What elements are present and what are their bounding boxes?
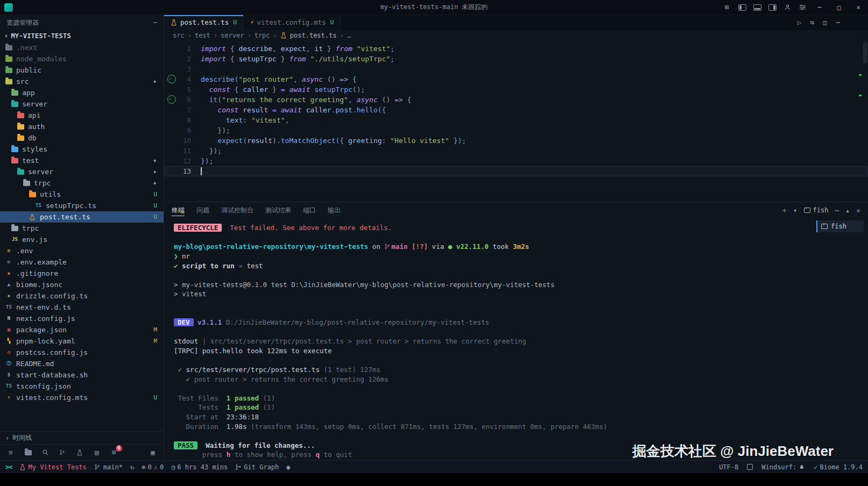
file-tree-item-utils[interactable]: utilsU [0, 189, 164, 200]
panel-tab-终端[interactable]: 终端 [172, 202, 185, 218]
file-tree-item-post.test.ts[interactable]: post.test.tsU [0, 211, 164, 223]
close-panel-icon[interactable]: × [856, 206, 860, 215]
split-editor-icon[interactable]: ◫ [823, 18, 827, 26]
code-line-2: 2import { setupTrpc } from "./utils/setu… [164, 54, 868, 64]
testing-icon[interactable] [75, 449, 84, 456]
breadcrumb-item-src[interactable]: src [173, 32, 185, 39]
screenshot-icon[interactable]: ▣ [149, 448, 157, 456]
file-tree-item-setupTrpc.ts[interactable]: TSsetupTrpc.tsU [0, 200, 164, 211]
app-logo-icon[interactable] [4, 3, 13, 12]
editor-scrollbar[interactable] [863, 41, 868, 202]
panel-tab-输出[interactable]: 输出 [328, 202, 341, 218]
file-tree-item-drizzle.config.ts[interactable]: ◈drizzle.config.ts [0, 290, 164, 302]
status-biome[interactable]: ✓ Biome 1.9.4 [814, 463, 863, 471]
test-pass-icon[interactable] [167, 75, 176, 83]
file-tree-item-node_modules[interactable]: node_modules [0, 53, 164, 65]
breadcrumb-item-server[interactable]: server [221, 32, 244, 39]
file-tree-item-next-env.d.ts[interactable]: TSnext-env.d.ts [0, 302, 164, 313]
file-tree-item-styles[interactable]: styles [0, 144, 164, 155]
file-tree-item-next.config.js[interactable]: Nnext.config.js [0, 313, 164, 324]
panel-tab-调试控制台[interactable]: 调试控制台 [221, 202, 253, 218]
panel-tab-端口[interactable]: 端口 [303, 202, 316, 218]
explorer-icon[interactable] [24, 450, 32, 455]
account-icon[interactable] [780, 0, 795, 15]
file-tree-item-tsconfig.json[interactable]: TStsconfig.json [0, 381, 164, 392]
breadcrumb-symbol[interactable]: … [347, 32, 351, 39]
terminal-picker-chevron-icon[interactable]: ▾ [793, 206, 798, 215]
breadcrumb-item-test[interactable]: test [195, 32, 210, 39]
close-button[interactable]: × [849, 0, 868, 15]
file-tree-item-test[interactable]: test• [0, 155, 164, 166]
workspace-root-folder[interactable]: ▾ MY-VITEST-TESTS [0, 30, 164, 42]
breadcrumb-item-trpc[interactable]: trpc [255, 32, 270, 39]
panel-more-actions-icon[interactable]: ⋯ [835, 206, 839, 215]
run-tests-icon[interactable]: ▷ [798, 18, 802, 26]
toggle-sidebar-icon[interactable] [735, 0, 750, 15]
file-tree-item-server[interactable]: server [0, 98, 164, 110]
file-tree-item-public[interactable]: public [0, 65, 164, 76]
maximize-panel-icon[interactable]: ▴ [845, 206, 850, 215]
file-tree-item-start-database.sh[interactable]: $start-database.sh [0, 369, 164, 381]
status-windsurf[interactable]: Windsurf: [761, 463, 805, 471]
maximize-button[interactable]: □ [829, 0, 849, 15]
test-pass-icon[interactable] [167, 95, 176, 104]
file-tree-item-biome.jsonc[interactable]: ▲biome.jsonc [0, 279, 164, 290]
status-git-graph[interactable]: Git Graph [235, 463, 279, 471]
panel-tab-问题[interactable]: 问题 [196, 202, 209, 218]
file-tree-item-server[interactable]: server• [0, 166, 164, 177]
file-tree-item-.env[interactable]: ⚙.env [0, 245, 164, 256]
source-control-icon[interactable] [58, 449, 67, 456]
file-tree-item-trpc[interactable]: trpc [0, 223, 164, 234]
settings-icon[interactable] [795, 0, 810, 15]
file-tree-item-package.json[interactable]: ▦package.jsonM [0, 324, 164, 335]
notifications-icon[interactable] [747, 464, 753, 470]
new-terminal-icon[interactable]: + [782, 206, 787, 215]
status-testing[interactable]: My Vitest Tests [19, 463, 86, 471]
outline-icon[interactable]: ▤ [93, 448, 101, 456]
scrollbar-thumb[interactable] [863, 42, 867, 63]
open-changes-icon[interactable]: ⇆ [810, 18, 815, 26]
status-problems[interactable]: ⊗ 0 ⚠ 0 [142, 463, 164, 471]
editor-tab-vitest.config.mts[interactable]: ⚡vitest.config.mtsU [244, 15, 341, 30]
file-tree-item-auth[interactable]: auth [0, 121, 164, 132]
panel-tab-测试结果[interactable]: 测试结果 [265, 202, 291, 218]
file-tree-item-env.js[interactable]: JSenv.js [0, 234, 164, 245]
search-icon[interactable] [41, 449, 50, 456]
file-tree-item-src[interactable]: src• [0, 76, 164, 87]
file-tree-item-app[interactable]: app [0, 87, 164, 98]
toggle-secondary-sidebar-icon[interactable] [765, 0, 780, 15]
active-terminal-chip[interactable]: fish [804, 206, 829, 214]
file-tree-item-pnpm-lock.yaml[interactable]: ▚pnpm-lock.yamlM [0, 335, 164, 347]
file-tree-item-api[interactable]: api [0, 110, 164, 121]
file-tree-item-vitest.config.mts[interactable]: ⚡vitest.config.mtsU [0, 392, 164, 403]
terminal-output[interactable]: ELIFECYCLE Test failed. See above for mo… [164, 218, 816, 460]
file-tree-item-.gitignore[interactable]: ◆.gitignore [0, 268, 164, 279]
folder-icon [17, 135, 24, 141]
extensions-icon[interactable]: ⊞6 [110, 448, 118, 456]
minimize-button[interactable]: ─ [810, 0, 829, 15]
status-branch[interactable]: main* [94, 463, 123, 471]
file-tree-item-.env.example[interactable]: ⚙.env.example [0, 256, 164, 268]
file-tree-item-trpc[interactable]: trpc• [0, 177, 164, 189]
code-editor[interactable]: 1import { describe, expect, it } from "v… [164, 41, 868, 202]
editor-tab-post.test.ts[interactable]: post.test.tsU [164, 15, 244, 30]
file-tree-item-.next[interactable]: .next [0, 42, 164, 53]
more-actions-icon[interactable]: ⋯ [836, 18, 840, 26]
explorer-more-actions-icon[interactable]: ⋯ [153, 19, 157, 26]
file-tree-item-README.md[interactable]: ⓘREADME.md [0, 358, 164, 369]
gutter-decoration [167, 65, 176, 73]
menu-icon[interactable]: ≡ [6, 448, 15, 456]
file-tree[interactable]: ▾ MY-VITEST-TESTS .nextnode_modulespubli… [0, 30, 164, 431]
status-time[interactable]: ◷ 6 hrs 43 mins [171, 463, 228, 471]
layout-grid-icon[interactable]: ⊞ [719, 0, 735, 15]
status-sync-icon[interactable]: ↻ [130, 463, 134, 471]
timeline-section[interactable]: › 时间线 [0, 431, 164, 444]
terminal-tab-fish[interactable]: fish [816, 220, 864, 232]
toggle-panel-icon[interactable] [750, 0, 765, 15]
breadcrumb-file[interactable]: post.test.ts [290, 32, 337, 39]
remote-indicator[interactable]: >< [5, 463, 12, 471]
file-tree-item-db[interactable]: db [0, 132, 164, 144]
file-tree-item-postcss.config.js[interactable]: ◎postcss.config.js [0, 347, 164, 358]
status-record-icon[interactable]: ◉ [286, 463, 290, 471]
status-encoding[interactable]: UTF-8 [719, 463, 738, 471]
